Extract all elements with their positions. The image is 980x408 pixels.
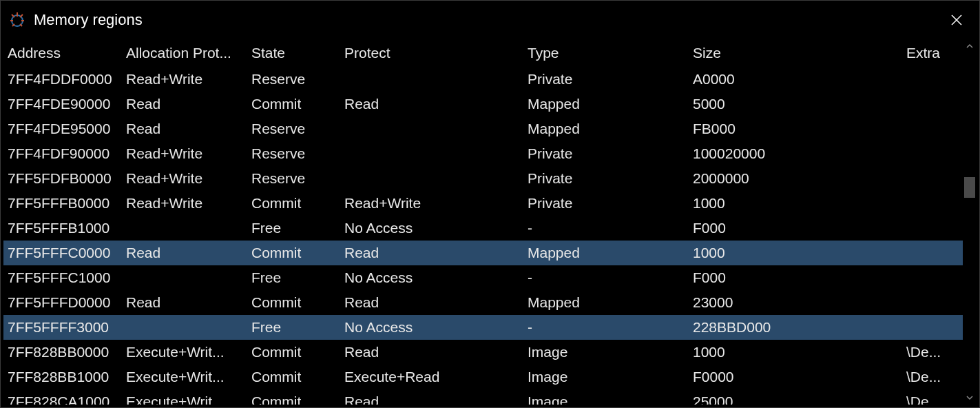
cell-address: 7FF4FDDF0000 [3,70,122,89]
cell-protect [340,177,523,180]
table-row[interactable]: 7FF4FDE95000ReadReserveMappedFB000 [3,116,963,141]
cell-extra [902,152,950,155]
cell-address: 7FF5FFFB1000 [3,218,122,238]
table-row[interactable]: 7FF5FFFD0000ReadCommitReadMapped23000 [3,290,963,315]
chevron-up-icon [966,43,973,50]
col-header-address[interactable]: Address [3,42,122,64]
col-header-size[interactable]: Size [689,42,902,64]
cell-type: Private [523,144,689,163]
window-title: Memory regions [34,11,941,29]
cell-size: 2000000 [689,169,902,188]
scroll-thumb[interactable] [964,177,975,198]
cell-alloc: Execute+Writ... [122,343,247,362]
table-row[interactable]: 7FF5FFFC0000ReadCommitReadMapped1000 [3,241,963,265]
cell-type: Image [523,367,689,387]
table-body: 7FF4FDDF0000Read+WriteReservePrivateA000… [3,67,963,405]
cell-protect: Read [340,293,523,312]
svg-line-2 [12,14,14,17]
col-header-state[interactable]: State [247,42,340,64]
cell-state: Free [247,318,340,337]
cell-alloc: Read+Write [122,169,247,188]
cell-state: Reserve [247,144,340,163]
cell-alloc: Read [122,119,247,139]
table-row[interactable]: 7FF5FFFB0000Read+WriteCommitRead+WritePr… [3,191,963,216]
cell-size: 23000 [689,293,902,312]
table-container: Address Allocation Prot... State Protect… [3,39,977,405]
cell-extra [902,127,950,130]
table-row[interactable]: 7FF828CA1000Execute+Writ...CommitReadIma… [3,389,963,405]
cell-extra [902,103,950,105]
col-header-protect[interactable]: Protect [340,42,523,64]
cell-alloc: Execute+Writ... [122,367,247,387]
cell-protect: Read [340,243,523,263]
app-icon [8,10,27,30]
table-row[interactable]: 7FF4FDDF0000Read+WriteReservePrivateA000… [3,67,963,92]
cell-protect [340,127,523,130]
scroll-up-arrow[interactable] [963,39,977,53]
cell-size: F0000 [689,367,902,387]
cell-type: - [523,218,689,238]
table-row[interactable]: 7FF828BB1000Execute+Writ...CommitExecute… [3,365,963,389]
table-row[interactable]: 7FF5FFFB1000FreeNo Access-F000 [3,216,963,241]
vertical-scrollbar[interactable] [963,39,977,405]
cell-type: Mapped [523,119,689,139]
table-row[interactable]: 7FF828BB0000Execute+Writ...CommitReadIma… [3,340,963,365]
cell-address: 7FF828CA1000 [3,392,122,405]
cell-type: Private [523,169,689,188]
cell-state: Commit [247,293,340,312]
cell-extra [902,301,950,304]
cell-address: 7FF5FFFF3000 [3,318,122,337]
cell-state: Free [247,268,340,287]
svg-line-3 [20,14,23,17]
table-row[interactable]: 7FF4FDF90000Read+WriteReservePrivate1000… [3,141,963,166]
scroll-down-arrow[interactable] [963,391,977,405]
cell-address: 7FF4FDE90000 [3,94,122,114]
cell-protect [340,78,523,81]
col-header-alloc[interactable]: Allocation Prot... [122,42,247,64]
table-row[interactable]: 7FF5FDFB0000Read+WriteReservePrivate2000… [3,166,963,191]
cell-alloc [122,326,247,329]
cell-extra [902,227,950,229]
cell-extra [902,78,950,81]
cell-protect: Execute+Read [340,367,523,387]
cell-state: Commit [247,392,340,405]
cell-state: Commit [247,367,340,387]
cell-type: Image [523,343,689,362]
table-header: Address Allocation Prot... State Protect… [3,39,963,67]
cell-extra: \De... [902,392,950,405]
cell-size: FB000 [689,119,902,139]
cell-size: A0000 [689,70,902,89]
cell-extra [902,252,950,254]
cell-state: Commit [247,194,340,213]
cell-protect: Read+Write [340,194,523,213]
cell-extra [902,276,950,279]
cell-type: Private [523,194,689,213]
cell-type: Private [523,70,689,89]
close-button[interactable] [941,9,972,31]
cell-address: 7FF4FDE95000 [3,119,122,139]
cell-state: Free [247,218,340,238]
cell-extra: \De... [902,343,950,362]
cell-address: 7FF5FDFB0000 [3,169,122,188]
cell-size: F000 [689,268,902,287]
table-row[interactable]: 7FF5FFFF3000FreeNo Access-228BBD000 [3,315,963,340]
cell-protect: Read [340,94,523,114]
chevron-down-icon [966,394,973,401]
cell-alloc: Read+Write [122,70,247,89]
cell-address: 7FF4FDF90000 [3,144,122,163]
cell-alloc [122,276,247,279]
cell-alloc: Read+Write [122,144,247,163]
cell-alloc: Read [122,94,247,114]
cell-size: 228BBD000 [689,318,902,337]
col-header-type[interactable]: Type [523,42,689,64]
cell-alloc [122,227,247,229]
cell-type: - [523,268,689,287]
cell-type: Image [523,392,689,405]
cell-alloc: Read+Write [122,194,247,213]
col-header-extra[interactable]: Extra [902,42,950,64]
table-row[interactable]: 7FF4FDE90000ReadCommitReadMapped5000 [3,92,963,116]
cell-address: 7FF5FFFC0000 [3,243,122,263]
table-area: Address Allocation Prot... State Protect… [3,39,963,405]
table-row[interactable]: 7FF5FFFC1000FreeNo Access-F000 [3,265,963,290]
cell-address: 7FF828BB1000 [3,367,122,387]
